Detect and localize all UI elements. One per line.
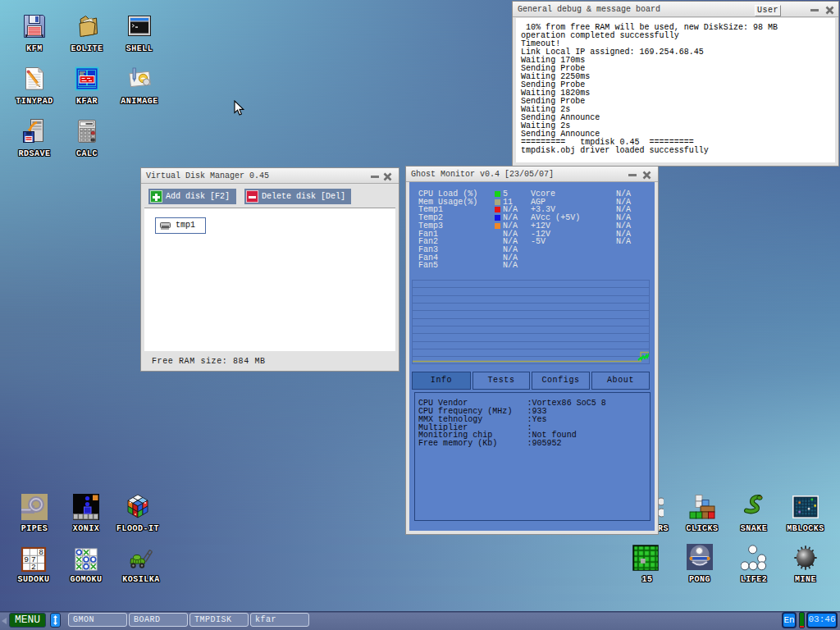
svg-text:2: 2 <box>31 563 36 572</box>
svg-text:8: 8 <box>39 548 43 557</box>
svg-text:9: 9 <box>24 555 29 564</box>
